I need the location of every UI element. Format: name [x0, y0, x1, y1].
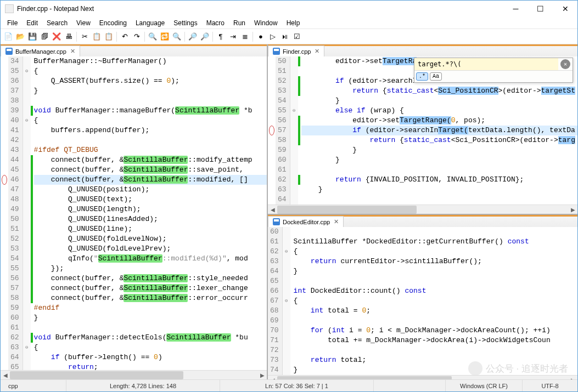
close-icon[interactable]: ✕ [334, 218, 339, 225]
scroll-left-icon[interactable]: ◀ [1, 371, 10, 380]
toolbar-button[interactable]: ¶ [215, 31, 226, 42]
right-bottom-pane: DockedEditor.cpp ✕ 60 61 62 63 64 65 66 … [268, 215, 577, 379]
status-lang: cpp [1, 380, 66, 391]
status-pos: Ln: 57 Col: 36 Sel: 7 | 1 [220, 380, 374, 391]
window-title: Finder.cpp - Notepad Next [17, 5, 94, 13]
toolbar-button[interactable]: ↷ [131, 31, 142, 42]
editor-left[interactable]: 34 35 36 37 38 39 40 41 42 43 44 45 46 4… [1, 56, 267, 370]
toolbar-button[interactable]: 🖶 [63, 31, 74, 42]
tab-label: DockedEditor.cpp [283, 219, 330, 225]
toolbar-button[interactable]: 🔍 [171, 31, 182, 42]
status-length: Length: 4,728 Lines: 148 [66, 380, 220, 391]
disk-icon [5, 48, 13, 55]
menubar: FileEditSearchViewEncodingLanguageSettin… [1, 17, 577, 29]
search-box: ✕ .* Aa [414, 58, 573, 83]
toolbar-button[interactable]: 🔍 [147, 31, 158, 42]
status-eol: Windows (CR LF) [446, 380, 523, 391]
toolbar-button[interactable]: ▷ [267, 31, 278, 42]
tab-buffermanager[interactable]: BufferManager.cpp ✕ [1, 46, 80, 56]
toolbar-button[interactable]: ● [255, 31, 266, 42]
minimize-button[interactable]: ─ [503, 1, 528, 17]
scroll-left-icon[interactable]: ◀ [268, 376, 277, 380]
clear-search-icon[interactable]: ✕ [560, 59, 570, 69]
menu-run[interactable]: Run [229, 18, 250, 28]
tab-finder[interactable]: Finder.cpp ✕ [268, 46, 324, 56]
hscroll-left[interactable]: ◀ ▶ [1, 370, 267, 379]
scroll-right-icon[interactable]: ▶ [568, 205, 577, 214]
tab-label: BufferManager.cpp [15, 48, 66, 55]
toolbar-button[interactable]: 🔎 [199, 31, 210, 42]
toolbar-button[interactable]: ⇥ [227, 31, 238, 42]
toolbar-button[interactable]: 📋 [103, 31, 114, 42]
toolbar-button[interactable]: 📂 [15, 31, 26, 42]
search-input[interactable] [414, 58, 558, 70]
search-opt-case[interactable]: Aa [430, 72, 442, 81]
right-pane: Finder.cpp ✕ ✕ .* Aa 50 51 52 53 54 55 5… [268, 44, 577, 379]
menu-view[interactable]: View [72, 18, 95, 28]
editor-right-bottom[interactable]: 60 61 62 63 64 65 66 67 68 69 70 71 72 7… [268, 227, 577, 375]
toolbar-button[interactable]: 💾 [27, 31, 38, 42]
menu-help[interactable]: Help [282, 18, 305, 28]
toolbar-button[interactable]: ⏯ [279, 31, 290, 42]
right-top-pane: Finder.cpp ✕ ✕ .* Aa 50 51 52 53 54 55 5… [268, 44, 577, 215]
menu-macro[interactable]: Macro [202, 18, 229, 28]
editor-right-top[interactable]: ✕ .* Aa 50 51 52 53 54 55 56 57 58 59 60… [268, 56, 577, 204]
toolbar-button[interactable]: 🔁 [159, 31, 170, 42]
search-opt-regex[interactable]: .* [416, 72, 428, 81]
tab-strip-right-top: Finder.cpp ✕ [268, 44, 577, 56]
tab-strip-left: BufferManager.cpp ✕ [1, 44, 267, 56]
toolbar: 📄📂💾🗐❌🖶✂📋📋↶↷🔍🔁🔍🔎🔎¶⇥≣●▷⏯☑ [1, 29, 577, 44]
toolbar-button[interactable]: 🔎 [187, 31, 198, 42]
titlebar: Finder.cpp - Notepad Next ─ ☐ ✕ [1, 1, 577, 17]
scroll-right-icon[interactable]: ▶ [257, 371, 267, 380]
menu-settings[interactable]: Settings [169, 18, 201, 28]
menu-window[interactable]: Window [250, 18, 282, 28]
hscroll-right-top[interactable]: ◀ ▶ [268, 204, 577, 214]
menu-edit[interactable]: Edit [22, 18, 42, 28]
close-icon[interactable]: ✕ [70, 48, 75, 55]
status-enc: UTF-8 [523, 380, 577, 391]
scroll-right-icon[interactable]: ▶ [568, 376, 577, 380]
close-button[interactable]: ✕ [553, 1, 577, 17]
disk-icon [273, 218, 280, 225]
toolbar-button[interactable]: 🗐 [39, 31, 50, 42]
toolbar-button[interactable]: ↶ [119, 31, 130, 42]
maximize-button[interactable]: ☐ [528, 1, 553, 17]
toolbar-button[interactable]: ☑ [291, 31, 302, 42]
hscroll-right-bottom[interactable]: ◀ ▶ [268, 375, 577, 379]
scroll-left-icon[interactable]: ◀ [268, 205, 277, 214]
toolbar-button[interactable]: 📋 [91, 31, 102, 42]
toolbar-button[interactable]: ✂ [79, 31, 90, 42]
main-area: BufferManager.cpp ✕ 34 35 36 37 38 39 40… [1, 44, 577, 379]
disk-icon [273, 48, 280, 55]
app-icon [5, 4, 14, 13]
statusbar: cpp Length: 4,728 Lines: 148 Ln: 57 Col:… [1, 379, 577, 391]
tab-label: Finder.cpp [283, 48, 311, 55]
left-pane: BufferManager.cpp ✕ 34 35 36 37 38 39 40… [1, 44, 268, 379]
menu-search[interactable]: Search [42, 18, 72, 28]
tab-strip-right-bottom: DockedEditor.cpp ✕ [268, 215, 577, 227]
menu-encoding[interactable]: Encoding [95, 18, 131, 28]
close-icon[interactable]: ✕ [315, 48, 319, 55]
tab-dockededitor[interactable]: DockedEditor.cpp ✕ [268, 216, 344, 227]
toolbar-button[interactable]: 📄 [3, 31, 14, 42]
toolbar-button[interactable]: ≣ [239, 31, 250, 42]
menu-language[interactable]: Language [131, 18, 169, 28]
toolbar-button[interactable]: ❌ [51, 31, 62, 42]
menu-file[interactable]: File [3, 18, 22, 28]
